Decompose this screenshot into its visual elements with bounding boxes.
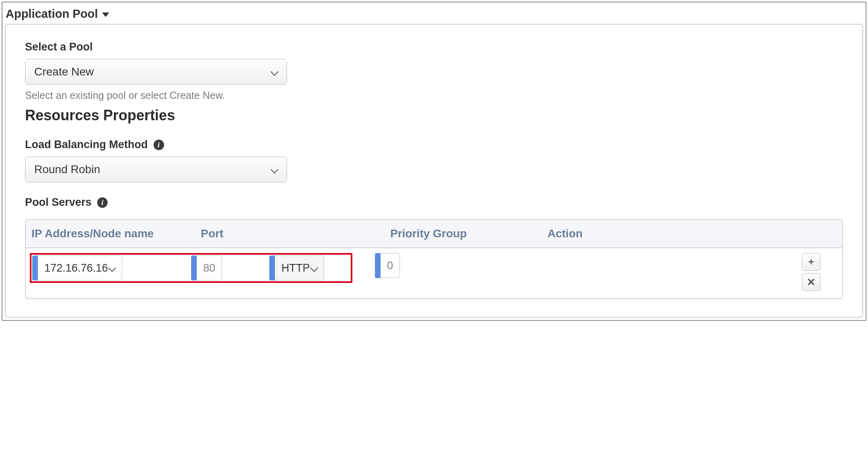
application-pool-panel: Select a Pool Create New Select an exist…: [5, 24, 863, 318]
select-pool-label-text: Select a Pool: [25, 41, 93, 53]
pool-servers-table: IP Address/Node name Port Priority Group…: [25, 219, 843, 299]
chevron-down-icon: [271, 166, 278, 173]
select-pool-value: Create New: [34, 65, 94, 78]
th-port: Port: [201, 227, 390, 240]
tag-bar: [32, 255, 38, 280]
chevron-down-icon: [108, 264, 115, 272]
protocol-field[interactable]: HTTP: [269, 255, 350, 280]
tag-bar: [269, 255, 275, 280]
section-title: Application Pool: [6, 7, 98, 21]
pool-servers-label: Pool Servers i: [25, 196, 843, 209]
highlighted-group: 172.16.76.16 80 HTTP: [30, 253, 352, 283]
th-action: Action: [547, 227, 837, 240]
lb-method-value: Round Robin: [34, 163, 100, 176]
select-pool-dropdown[interactable]: Create New: [25, 59, 287, 85]
port-field[interactable]: 80: [191, 255, 260, 280]
priority-group-field[interactable]: 0: [375, 253, 504, 278]
th-priority-group: Priority Group: [390, 227, 547, 240]
select-pool-label: Select a Pool: [25, 41, 843, 53]
close-icon: ✕: [807, 277, 816, 287]
chevron-down-icon: [310, 264, 317, 272]
table-row: 172.16.76.16 80 HTTP: [26, 248, 842, 298]
lb-method-label-text: Load Balancing Method: [25, 138, 148, 151]
select-pool-help: Select an existing pool or select Create…: [25, 90, 843, 101]
action-column: + ✕: [802, 253, 838, 291]
remove-row-button[interactable]: ✕: [802, 273, 820, 291]
pool-servers-label-text: Pool Servers: [25, 196, 92, 209]
ip-address-value: 172.16.76.16: [44, 262, 108, 274]
info-icon[interactable]: i: [97, 197, 108, 208]
plus-icon: +: [808, 257, 814, 267]
table-header: IP Address/Node name Port Priority Group…: [26, 220, 842, 248]
th-ip: IP Address/Node name: [31, 227, 201, 240]
info-icon[interactable]: i: [154, 140, 164, 150]
section-header-application-pool[interactable]: Application Pool: [5, 5, 863, 24]
ip-address-field[interactable]: 172.16.76.16: [32, 255, 181, 280]
chevron-down-icon: [271, 68, 278, 75]
lb-method-dropdown[interactable]: Round Robin: [25, 157, 287, 182]
port-value: 80: [203, 262, 215, 274]
lb-method-label: Load Balancing Method i: [25, 138, 843, 151]
add-row-button[interactable]: +: [802, 253, 820, 271]
priority-group-value: 0: [387, 259, 393, 272]
protocol-value: HTTP: [281, 262, 310, 274]
tag-bar: [191, 255, 197, 280]
caret-down-icon: [102, 13, 109, 17]
tag-bar: [375, 253, 381, 278]
resources-properties-heading: Resources Properties: [25, 107, 843, 124]
